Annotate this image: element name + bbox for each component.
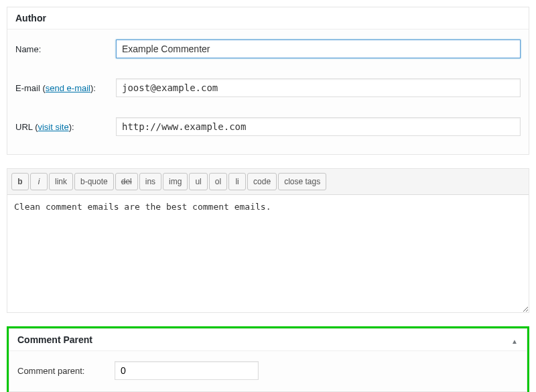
- send-email-link[interactable]: send e-mail: [46, 83, 90, 93]
- author-metabox: Author Name: E-mail (send e-mail):: [7, 7, 529, 155]
- name-label: Name:: [15, 29, 116, 68]
- name-input[interactable]: [116, 40, 521, 58]
- quicktags-toolbar: bilinkb-quotedelinsimgulollicodeclose ta…: [7, 169, 529, 195]
- quicktag-bold-button[interactable]: b: [11, 173, 29, 190]
- url-label-suffix: ):: [69, 122, 74, 132]
- toggle-panel-button[interactable]: ▲: [503, 329, 527, 353]
- comment-content-textarea[interactable]: Clean comment emails are the best commen…: [7, 195, 529, 312]
- url-label-prefix: URL (: [15, 122, 38, 132]
- quicktag-link-button[interactable]: link: [49, 173, 73, 190]
- comment-parent-metabox: ▲ Comment Parent Comment parent:: [9, 328, 527, 392]
- quicktag-ins-button[interactable]: ins: [139, 173, 161, 190]
- email-label-suffix: ):: [90, 83, 96, 93]
- quicktag-img-button[interactable]: img: [163, 173, 188, 190]
- comment-parent-highlight: ▲ Comment Parent Comment parent:: [7, 326, 529, 392]
- quicktag-italic-button[interactable]: i: [30, 173, 48, 190]
- author-form-table: Name: E-mail (send e-mail): URL (visi: [15, 29, 521, 146]
- url-label-cell: URL (visit site):: [15, 107, 116, 146]
- quicktag-del-button[interactable]: del: [115, 173, 138, 190]
- visit-site-link[interactable]: visit site: [38, 122, 68, 132]
- comment-editor-wrap: bilinkb-quotedelinsimgulollicodeclose ta…: [7, 168, 529, 313]
- quicktag-code-button[interactable]: code: [247, 173, 277, 190]
- quicktag-li-button[interactable]: li: [228, 173, 246, 190]
- quicktag-close-tags-button[interactable]: close tags: [278, 173, 326, 190]
- quicktag-blockquote-button[interactable]: b-quote: [74, 173, 114, 190]
- comment-parent-label: Comment parent:: [17, 366, 115, 376]
- author-inside: Name: E-mail (send e-mail): URL (visi: [7, 29, 529, 154]
- email-label-prefix: E-mail (: [15, 83, 46, 93]
- comment-parent-inside: Comment parent:: [9, 351, 527, 391]
- comment-parent-input[interactable]: [115, 361, 259, 380]
- email-input[interactable]: [116, 78, 521, 97]
- url-input[interactable]: [116, 117, 521, 136]
- quicktag-ol-button[interactable]: ol: [209, 173, 227, 190]
- email-label-cell: E-mail (send e-mail):: [15, 68, 116, 107]
- comment-parent-heading[interactable]: Comment Parent: [9, 329, 527, 351]
- quicktag-ul-button[interactable]: ul: [189, 173, 207, 190]
- chevron-up-icon: ▲: [511, 338, 518, 345]
- author-heading[interactable]: Author: [7, 7, 529, 29]
